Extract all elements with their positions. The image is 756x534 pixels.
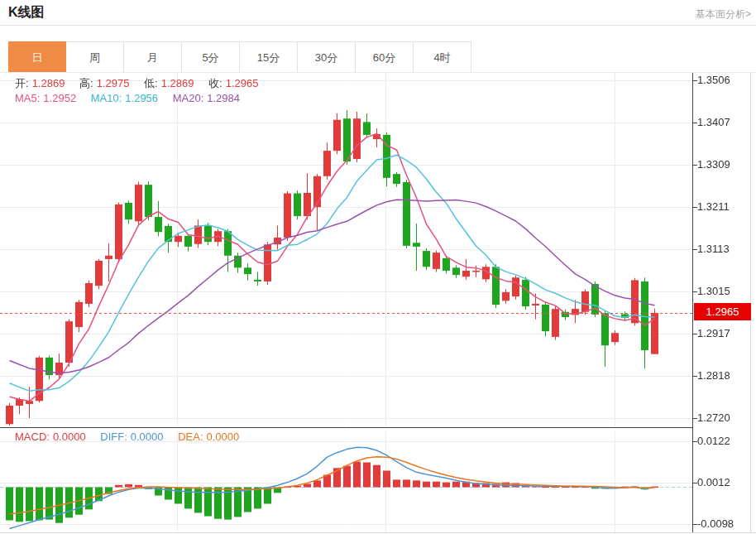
interval-tabs: 日 周 月 5分 15分 30分 60分 4时	[8, 41, 471, 73]
dea-label: DEA:	[178, 431, 203, 443]
price-axis-label: 1.2818	[697, 369, 730, 382]
price-axis-label: 1.3211	[697, 200, 730, 214]
low-value: 1.2869	[161, 77, 194, 89]
ma10-label: MA10:	[91, 92, 122, 104]
diff-label: DIFF:	[100, 431, 127, 443]
tab-day[interactable]: 日	[8, 41, 66, 73]
price-axis-label: 1.3113	[697, 243, 730, 256]
price-axis-label: 1.3506	[697, 74, 730, 87]
ma5-label: MA5:	[15, 92, 40, 104]
tab-5min[interactable]: 5分	[182, 41, 240, 73]
diff-value: 0.0000	[131, 431, 164, 443]
price-axis-label: 1.3309	[697, 158, 730, 171]
kline-chart-canvas[interactable]	[0, 70, 756, 534]
current-price-badge: 1.2965	[694, 303, 751, 320]
open-value: 1.2869	[32, 77, 65, 89]
tab-30min[interactable]: 30分	[298, 41, 356, 73]
high-value: 1.2975	[97, 77, 130, 89]
page-header: K线图 基本面分析>	[0, 0, 756, 26]
macd-axis-label: 0.0122	[697, 435, 730, 448]
macd-axis-label: -0.0098	[697, 517, 734, 531]
price-axis-label: 1.2917	[697, 327, 730, 340]
macd-label: MACD:	[15, 431, 50, 443]
tab-60min[interactable]: 60分	[356, 41, 414, 73]
ma20-label: MA20:	[173, 92, 204, 104]
close-value: 1.2965	[226, 77, 259, 89]
fundamental-analysis-link[interactable]: 基本面分析>	[696, 7, 751, 22]
price-axis-label: 1.3015	[697, 285, 730, 298]
close-label: 收:	[208, 77, 222, 89]
dea-value: 0.0000	[207, 431, 240, 443]
tab-week[interactable]: 周	[66, 41, 124, 73]
macd-axis-label: 0.0012	[697, 476, 730, 489]
tab-15min[interactable]: 15分	[240, 41, 298, 73]
tab-4hour[interactable]: 4时	[414, 41, 471, 73]
tab-month[interactable]: 月	[124, 41, 182, 73]
page-title: K线图	[8, 4, 45, 22]
price-axis-label: 1.2720	[697, 411, 730, 425]
high-label: 高:	[79, 77, 93, 89]
low-label: 低:	[144, 77, 158, 89]
ma20-value: 1.2984	[207, 92, 240, 104]
ohlc-legend: 开:1.2869 高:1.2975 低:1.2869 收:1.2965	[15, 76, 261, 91]
price-axis-label: 1.3407	[697, 116, 730, 129]
kline-page: K线图 基本面分析> 日 周 月 5分 15分 30分 60分 4时 开:1.2…	[0, 0, 756, 534]
ma5-value: 1.2952	[43, 92, 76, 104]
macd-value: 0.0000	[53, 431, 86, 443]
ma-legend: MA5:1.2952 MA10:1.2956 MA20:1.2984	[15, 92, 243, 104]
ma10-value: 1.2956	[125, 92, 158, 104]
open-label: 开:	[15, 77, 29, 89]
macd-legend: MACD:0.0000 DIFF:0.0000 DEA:0.0000	[15, 431, 242, 443]
